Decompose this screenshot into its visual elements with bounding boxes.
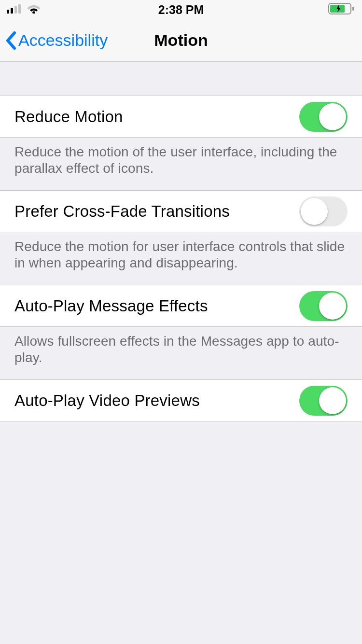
svg-rect-2 [14, 6, 17, 14]
cross-fade-footer: Reduce the motion for user interface con… [0, 232, 362, 285]
row-reduce-motion: Reduce Motion [0, 96, 362, 138]
cross-fade-label: Prefer Cross-Fade Transitions [14, 202, 230, 221]
cross-fade-toggle[interactable] [299, 196, 348, 226]
autoplay-messages-toggle[interactable] [299, 291, 348, 321]
row-cross-fade: Prefer Cross-Fade Transitions [0, 190, 362, 232]
back-button[interactable]: Accessibility [5, 31, 108, 50]
svg-rect-6 [352, 7, 354, 11]
group-spacer [0, 62, 362, 96]
reduce-motion-footer: Reduce the motion of the user interface,… [0, 137, 362, 190]
svg-rect-0 [7, 10, 9, 14]
nav-bar: Accessibility Motion [0, 19, 362, 62]
autoplay-video-toggle[interactable] [299, 386, 348, 416]
row-autoplay-video: Auto-Play Video Previews [0, 379, 362, 421]
battery-charging-icon [328, 3, 355, 16]
cellular-signal-icon [7, 4, 23, 15]
status-bar: 2:38 PM [0, 0, 362, 19]
reduce-motion-toggle[interactable] [299, 102, 348, 132]
status-time: 2:38 PM [158, 3, 204, 17]
back-label: Accessibility [18, 31, 108, 50]
status-left [7, 4, 41, 15]
autoplay-messages-footer: Allows fullscreen effects in the Message… [0, 326, 362, 379]
svg-rect-1 [11, 8, 13, 14]
status-right [328, 3, 355, 16]
autoplay-messages-label: Auto-Play Message Effects [14, 297, 208, 315]
wifi-icon [27, 4, 41, 15]
row-autoplay-messages: Auto-Play Message Effects [0, 285, 362, 327]
autoplay-video-label: Auto-Play Video Previews [14, 392, 200, 410]
svg-rect-3 [18, 4, 21, 14]
chevron-left-icon [5, 31, 16, 50]
page-title: Motion [154, 31, 208, 50]
svg-point-4 [32, 11, 35, 14]
reduce-motion-label: Reduce Motion [14, 108, 123, 126]
